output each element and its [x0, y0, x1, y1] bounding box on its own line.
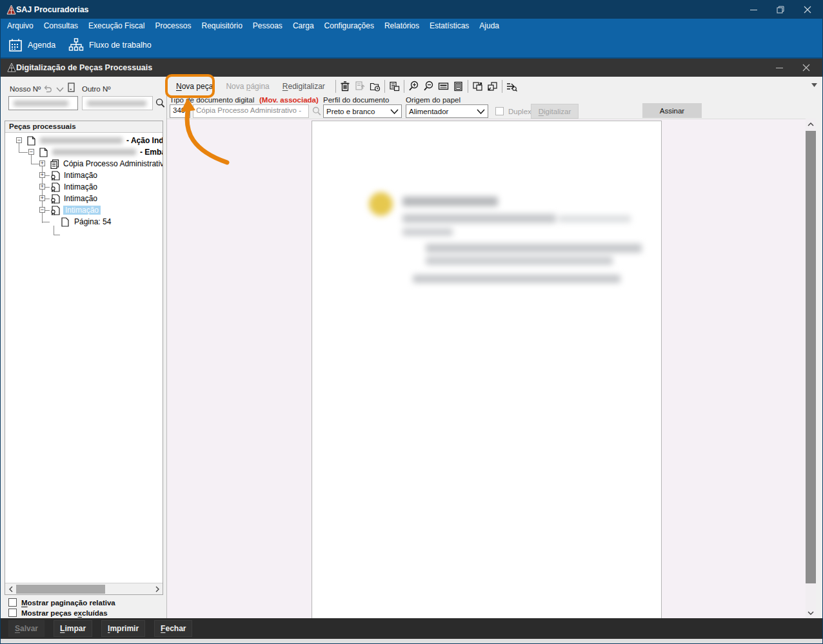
main-titlebar: SAJ Procuradorias	[1, 1, 822, 19]
tree-row-peca[interactable]: Intimação	[50, 193, 97, 204]
origem-papel-select[interactable]: Alimentador	[406, 104, 488, 118]
menu-processos[interactable]: Processos	[150, 19, 196, 32]
redigitalizar-button[interactable]: Redigitalizar	[277, 79, 330, 94]
tree-row-peca[interactable]: Intimação	[50, 170, 97, 181]
menu-execucao-fiscal[interactable]: Execução Fiscal	[83, 19, 150, 32]
zoom-in-icon[interactable]	[406, 79, 421, 94]
fechar-button[interactable]: Fechar	[154, 620, 192, 637]
chevron-down-icon[interactable]	[56, 87, 64, 92]
origem-papel-label: Origem do papel	[406, 96, 461, 104]
agenda-label: Agenda	[28, 41, 55, 50]
tree-item-label: Intimação	[64, 194, 97, 203]
menu-carga[interactable]: Carga	[288, 19, 319, 32]
zoom-out-icon[interactable]	[421, 79, 436, 94]
attach-page-icon[interactable]	[353, 79, 368, 94]
menu-ajuda[interactable]: Ajuda	[474, 19, 504, 32]
restore-button[interactable]	[767, 1, 794, 19]
checkbox-icon[interactable]	[8, 598, 17, 607]
search-icon[interactable]	[155, 98, 165, 108]
schedule-scan-icon[interactable]	[368, 79, 382, 94]
digitalizar-button[interactable]: Digitalizar	[531, 104, 579, 119]
menu-pessoas[interactable]: Pessoas	[248, 19, 288, 32]
scroll-up-icon[interactable]	[806, 119, 816, 130]
tipo-documento-input[interactable]: Cópia Processo Administrativo -	[193, 104, 309, 118]
nova-peca-button[interactable]: Nova peça	[171, 79, 218, 94]
nosso-numero-input[interactable]	[8, 96, 78, 110]
tree-expand-toggle[interactable]: +	[39, 184, 45, 190]
duplex-checkbox[interactable]: Duplex	[495, 106, 531, 116]
dialog-close-button[interactable]	[793, 59, 820, 77]
left-panel: Nosso Nº Outro Nº	[1, 77, 167, 618]
nosso-numero-label: Nosso Nº	[10, 85, 41, 93]
fit-page-icon[interactable]	[451, 79, 466, 94]
note-icon[interactable]	[68, 83, 75, 92]
checkbox-icon[interactable]	[8, 609, 17, 617]
menu-relatorios[interactable]: Relatórios	[379, 19, 424, 32]
page-icon	[61, 217, 69, 227]
sealed-doc-icon	[50, 194, 60, 204]
origem-value: Alimentador	[409, 108, 477, 115]
dialog-logo-icon	[6, 63, 17, 73]
vscroll-thumb[interactable]	[806, 131, 816, 583]
tree-item-label: Intimação	[64, 171, 97, 180]
checkbox-icon[interactable]	[495, 107, 504, 115]
limpar-button[interactable]: Limpar	[54, 620, 92, 637]
tipo-codigo-input[interactable]: 349	[170, 104, 190, 118]
toolbar-overflow-icon[interactable]	[811, 83, 817, 87]
tree-row-peca[interactable]: Intimação	[50, 181, 97, 193]
salvar-button[interactable]: Salvar	[8, 620, 45, 637]
tree-collapse-toggle[interactable]: −	[39, 207, 45, 213]
dialog-minimize-button[interactable]	[766, 59, 793, 77]
tree-hscrollbar[interactable]	[5, 583, 163, 594]
hscroll-thumb[interactable]	[16, 585, 105, 594]
scroll-right-icon[interactable]	[152, 584, 162, 594]
fit-width-icon[interactable]	[436, 79, 451, 94]
nova-pagina-button[interactable]: Nova página	[221, 79, 274, 94]
menubar: Arquivo Consultas Execução Fiscal Proces…	[1, 19, 822, 33]
menu-arquivo[interactable]: Arquivo	[2, 19, 39, 32]
copy-doc-icon	[50, 159, 59, 169]
tree-row-page[interactable]: Página: 54	[61, 216, 111, 228]
tree-row-peca-selected[interactable]: Intimação	[50, 204, 101, 216]
tree-row-process[interactable]: - Ação Inde	[27, 135, 163, 146]
imprimir-button[interactable]: Imprimir	[101, 620, 145, 637]
document-preview[interactable]	[167, 119, 806, 618]
tree-expand-toggle[interactable]: +	[39, 195, 45, 201]
scroll-left-icon[interactable]	[6, 584, 15, 594]
copy-pages-icon[interactable]	[387, 79, 402, 94]
minimize-button[interactable]	[740, 1, 767, 19]
perfil-documento-select[interactable]: Preto e branco	[323, 104, 402, 118]
close-button[interactable]	[794, 1, 821, 19]
tree-expand-toggle[interactable]: +	[39, 172, 45, 178]
mostrar-paginacao-checkbox[interactable]: Mostrar paginação relativa	[8, 598, 115, 607]
fluxo-trabalho-button[interactable]: Fluxo de trabalho	[63, 35, 157, 55]
scroll-down-icon[interactable]	[806, 607, 816, 618]
undo-icon[interactable]	[43, 84, 52, 93]
menu-consultas[interactable]: Consultas	[39, 19, 83, 32]
scanned-page	[312, 121, 662, 618]
menu-estatisticas[interactable]: Estatísticas	[424, 19, 474, 32]
mostrar-excluidas-checkbox[interactable]: Mostrar peças excluídas	[8, 608, 108, 618]
scan-search-icon[interactable]	[504, 79, 519, 94]
delete-icon[interactable]	[338, 79, 353, 94]
assinar-button[interactable]: Assinar	[642, 103, 702, 118]
outro-numero-input[interactable]	[82, 96, 153, 110]
perfil-documento-label: Perfil do documento	[323, 96, 389, 104]
menu-configuracoes[interactable]: Configurações	[319, 19, 379, 32]
chevron-down-icon	[477, 109, 485, 114]
page-forward-icon[interactable]	[470, 79, 485, 94]
tipo-search-icon[interactable]	[312, 106, 321, 116]
tree-collapse-toggle[interactable]: −	[16, 137, 22, 143]
tree-collapse-toggle[interactable]: −	[28, 149, 34, 155]
process-doc-icon	[39, 148, 48, 157]
preview-vscrollbar[interactable]	[806, 119, 816, 618]
tree-expand-toggle[interactable]: +	[39, 161, 45, 166]
menu-requisitorio[interactable]: Requisitório	[196, 19, 247, 32]
tree-row-peca[interactable]: Cópia Processo Administrativo -	[50, 158, 163, 170]
agenda-button[interactable]: Agenda	[3, 35, 61, 55]
page-back-icon[interactable]	[485, 79, 500, 94]
mostrar-excluidas-label: Mostrar peças excluídas	[21, 609, 108, 617]
duplex-label: Duplex	[508, 108, 531, 115]
sealed-doc-icon	[50, 182, 60, 192]
tree-row-process[interactable]: - Embarg	[39, 146, 163, 158]
